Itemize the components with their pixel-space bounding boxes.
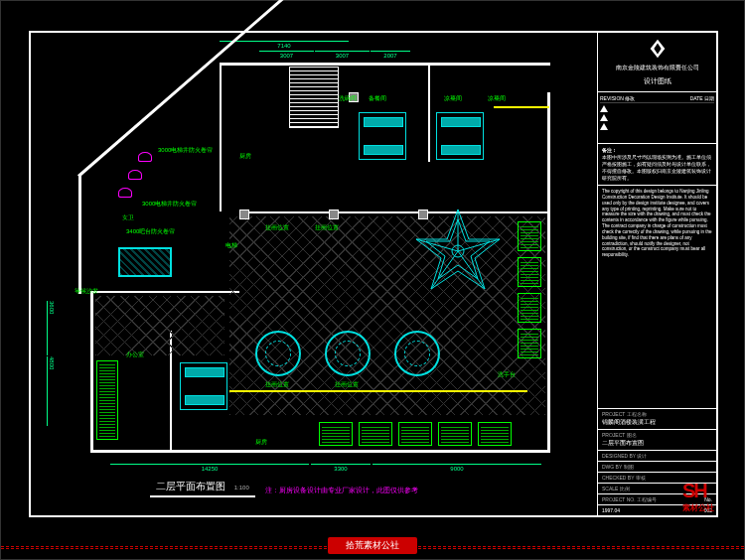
label: 洗碗间 (339, 94, 357, 103)
drawing-scale: 1:100 (234, 485, 249, 490)
wc-fixture (118, 188, 132, 198)
rev-marker-icon (600, 105, 608, 112)
drawing-value: 二层平面布置图 (602, 439, 712, 448)
kitchen-unit (319, 422, 353, 446)
drawing-title: 二层平面布置图 1:100 (150, 478, 255, 497)
yellow-line (229, 390, 527, 392)
drawing-frame: 南京金陵建筑装饰有限责任公司 设计图纸 REVISION 修改 DATE 日期 … (29, 31, 718, 517)
kitchen-unit (359, 422, 392, 446)
watermark: SH 素材公社 (682, 480, 714, 513)
dim-top-1: 7140 (220, 41, 349, 49)
label: 电梯 (225, 241, 237, 250)
label: 挂画位置 (265, 380, 289, 389)
label: 3000电梯井防火卷帘 (158, 146, 213, 155)
side-unit (518, 221, 541, 251)
dim-bot-1: 14250 (110, 464, 309, 472)
round-table (394, 331, 440, 376)
wc-fixture (128, 170, 142, 180)
field-drawing: PROJECT 图名 二层平面布置图 (598, 430, 716, 451)
column (329, 210, 339, 219)
label: 凉菜间 (444, 94, 462, 103)
label: 女卫 (122, 213, 134, 222)
column (239, 210, 249, 219)
yellow-line (494, 106, 549, 108)
drawing-area[interactable]: 7140 3007 3007 2007 3600 4800 14250 3300… (31, 33, 597, 515)
label: 3400吧台防火卷帘 (126, 227, 175, 236)
partition (90, 291, 239, 293)
kitchen-unit (478, 422, 512, 446)
date-value: 1997.04 (602, 507, 620, 513)
english-notes: The copyright of this design belongs to … (598, 186, 716, 409)
field-designed: DESIGNED BY 设计 (598, 451, 716, 462)
wall (90, 450, 547, 453)
label: 挂画位置 (265, 223, 289, 232)
label: 挂画位置 (315, 223, 339, 232)
company-logo-block: 南京金陵建筑装饰有限责任公司 设计图纸 (598, 33, 716, 92)
cad-canvas: 南京金陵建筑装饰有限责任公司 设计图纸 REVISION 修改 DATE 日期 … (0, 0, 745, 560)
wall (220, 63, 550, 66)
notes-block: 备注： 本图中所涉及尺寸均以现场实测为准。施工单位须严格按图施工，如有疑问须及时… (598, 144, 716, 186)
wall (90, 291, 93, 450)
sheet-label: 设计图纸 (644, 76, 671, 86)
dim-left-1: 3600 (47, 301, 55, 355)
label: 办公室 (126, 350, 144, 359)
partition (220, 63, 222, 211)
side-unit (518, 293, 541, 323)
label: 洗手台 (498, 370, 516, 379)
watermark-en: SH (682, 480, 706, 501)
label: 备餐间 (369, 94, 386, 103)
wall (547, 92, 550, 453)
notes-body: 本图中所涉及尺寸均以现场实测为准。施工单位须严格按图施工，如有疑问须及时与设计单… (602, 154, 712, 182)
round-table (325, 331, 371, 376)
booth (180, 362, 227, 410)
side-unit (96, 360, 118, 440)
dim-top-4: 2007 (371, 51, 410, 59)
drawing-label: PROJECT 图名 (602, 432, 712, 438)
revision-block: REVISION 修改 DATE 日期 (598, 92, 716, 144)
dim-left-2: 4800 (47, 356, 55, 426)
partition (428, 63, 430, 162)
column (418, 210, 428, 219)
company-name: 南京金陵建筑装饰有限责任公司 (614, 64, 701, 72)
wc-fixture (138, 152, 152, 162)
label: 厨房 (255, 438, 267, 447)
field-project: PROJECT 工程名称 锦麟阁酒楼装潢工程 (598, 409, 716, 430)
drawing-title-text: 二层平面布置图 (156, 481, 225, 491)
rev-marker-icon (600, 123, 608, 130)
label: 3000电梯井防火卷帘 (142, 200, 197, 209)
notes-title: 备注： (602, 147, 712, 154)
wall (78, 175, 81, 294)
kitchen-unit (398, 422, 432, 446)
booth (436, 112, 484, 160)
side-unit (518, 257, 541, 287)
watermark-cn: 素材公社 (682, 502, 714, 513)
label: 挂画位置 (335, 380, 359, 389)
label: 凉菜间 (488, 94, 506, 103)
label: 厨房 (239, 152, 251, 161)
rev-header-left: REVISION 修改 (600, 95, 635, 101)
kitchen-note: 注：厨房设备设计由专业厂家设计，此图仅供参考 (265, 486, 418, 495)
booth (359, 112, 406, 160)
rev-marker-icon (600, 114, 608, 121)
dim-bot-2: 3300 (311, 464, 371, 472)
stairs (289, 67, 339, 128)
footer-badge: 拾荒素材公社 (328, 537, 417, 554)
round-table (255, 331, 301, 376)
title-block: 南京金陵建筑装饰有限责任公司 设计图纸 REVISION 修改 DATE 日期 … (597, 33, 716, 515)
bar-counter (118, 247, 172, 277)
company-logo-icon (647, 38, 669, 60)
dim-top-3: 3007 (315, 51, 370, 59)
side-unit (518, 329, 541, 358)
project-label: PROJECT 工程名称 (602, 411, 712, 417)
project-value: 锦麟阁酒楼装潢工程 (602, 418, 712, 427)
dim-bot-3: 9000 (372, 464, 541, 472)
rev-header-right: DATE 日期 (690, 95, 714, 101)
field-drawn: DWG BY 制图 (598, 462, 716, 473)
dim-top-2: 3007 (259, 51, 314, 59)
floor-hatch-left (95, 296, 224, 355)
label: 等候沙发 (74, 287, 98, 296)
kitchen-unit (438, 422, 472, 446)
